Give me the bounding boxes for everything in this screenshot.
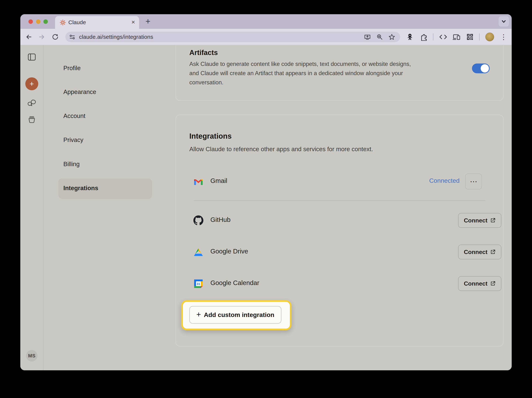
- svg-text:31: 31: [197, 282, 200, 286]
- artifacts-card: Artifacts Ask Claude to generate content…: [176, 45, 504, 101]
- sidebar-item-account[interactable]: Account: [63, 112, 85, 119]
- window-close-button[interactable]: [28, 19, 33, 24]
- external-link-icon: [490, 249, 496, 255]
- window-maximize-button[interactable]: [43, 19, 48, 24]
- google-drive-connect-button[interactable]: Connect: [458, 245, 501, 259]
- connect-label: Connect: [464, 217, 488, 224]
- integrations-card: Integrations Allow Claude to reference o…: [176, 115, 504, 347]
- url-text[interactable]: claude.ai/settings/integrations: [79, 34, 153, 40]
- plus-icon: +: [30, 80, 34, 88]
- add-custom-integration-button[interactable]: + Add custom integration: [189, 306, 281, 323]
- artifacts-description-line: Ask Claude to generate content like code…: [189, 59, 463, 69]
- reload-button[interactable]: [51, 33, 59, 41]
- sidebar-item-billing[interactable]: Billing: [63, 161, 80, 168]
- toggle-knob: [481, 64, 489, 73]
- gmail-icon: [193, 176, 203, 187]
- new-tab-button[interactable]: +: [142, 16, 153, 27]
- browser-tab[interactable]: Claude ×: [55, 16, 139, 29]
- forward-arrow-icon: [38, 33, 45, 41]
- integration-name: Google Calendar: [210, 279, 259, 286]
- user-avatar[interactable]: MS: [26, 350, 38, 361]
- address-bar[interactable]: claude.ai/settings/integrations: [65, 32, 400, 42]
- box-icon: [28, 115, 36, 124]
- forward-button[interactable]: [38, 33, 46, 41]
- extensions-puzzle-icon[interactable]: [420, 33, 428, 41]
- sidebar-item-profile[interactable]: Profile: [63, 65, 81, 72]
- row-divider: [194, 200, 485, 201]
- integrations-title: Integrations: [189, 132, 232, 140]
- integration-name: GitHub: [210, 216, 231, 223]
- github-icon: [193, 215, 203, 225]
- connect-label: Connect: [464, 280, 488, 287]
- external-link-icon: [490, 281, 496, 286]
- artifacts-description: Ask Claude to generate content like code…: [189, 59, 463, 87]
- bookmark-star-icon[interactable]: [388, 33, 395, 40]
- google-calendar-icon: 31: [193, 279, 203, 289]
- install-app-icon[interactable]: [364, 33, 371, 40]
- devtools-code-icon[interactable]: [439, 33, 447, 41]
- add-custom-integration-label: Add custom integration: [204, 311, 274, 318]
- connect-label: Connect: [464, 249, 488, 255]
- sidebar-toggle-button[interactable]: [28, 53, 36, 61]
- gmail-connected-status[interactable]: Connected: [429, 177, 460, 184]
- plus-icon: +: [196, 310, 201, 319]
- chats-icon: [28, 99, 36, 107]
- github-connect-button[interactable]: Connect: [458, 213, 501, 228]
- integration-name: Google Drive: [210, 248, 248, 255]
- site-settings-icon[interactable]: [69, 33, 76, 40]
- sidebar-projects-button[interactable]: [28, 116, 36, 124]
- google-drive-icon: [193, 247, 203, 257]
- integrations-subtitle: Allow Claude to reference other apps and…: [189, 146, 373, 153]
- artifacts-title: Artifacts: [189, 49, 218, 57]
- browser-profile-avatar[interactable]: [485, 32, 494, 41]
- artifacts-toggle[interactable]: [472, 63, 490, 73]
- qr-code-icon[interactable]: [466, 33, 474, 41]
- toolbar-separator: [479, 33, 480, 40]
- sidebar-chats-button[interactable]: [28, 99, 36, 107]
- extension-ninja-icon[interactable]: [406, 33, 414, 41]
- sidebar-panel-icon: [28, 53, 36, 61]
- back-arrow-icon: [25, 33, 32, 41]
- browser-toolbar: claude.ai/settings/integrations: [20, 29, 512, 45]
- tab-strip: Claude × +: [20, 14, 512, 29]
- sidebar-item-integrations[interactable]: Integrations: [63, 185, 98, 192]
- zoom-icon[interactable]: [376, 33, 383, 40]
- toolbar-separator: [433, 33, 433, 40]
- page-content: + MS Profile Appearan: [20, 45, 512, 370]
- artifacts-description-line: and Claude will create an Artifact that …: [189, 69, 463, 78]
- browser-window: Claude × +: [20, 14, 512, 370]
- more-icon: ⋯: [470, 177, 477, 186]
- claude-favicon-icon: [59, 19, 66, 26]
- gmail-more-button[interactable]: ⋯: [465, 174, 482, 189]
- sidebar-item-privacy[interactable]: Privacy: [63, 137, 83, 143]
- new-chat-button[interactable]: +: [25, 77, 38, 90]
- back-button[interactable]: [25, 33, 33, 41]
- user-initials: MS: [28, 353, 35, 359]
- sidebar-divider: [43, 45, 43, 370]
- tab-search-button[interactable]: [499, 16, 509, 27]
- sidebar-item-appearance[interactable]: Appearance: [63, 88, 96, 95]
- devices-icon[interactable]: [452, 33, 461, 41]
- tab-close-icon[interactable]: ×: [131, 18, 135, 26]
- tab-title: Claude: [68, 19, 86, 25]
- integration-name: Gmail: [210, 177, 227, 184]
- external-link-icon: [490, 218, 496, 223]
- chevron-down-icon: [499, 16, 509, 27]
- artifacts-description-line: conversation.: [189, 78, 463, 87]
- reload-icon: [51, 33, 59, 41]
- google-calendar-connect-button[interactable]: Connect: [458, 276, 501, 291]
- browser-menu-icon[interactable]: ⋮: [500, 33, 507, 41]
- window-minimize-button[interactable]: [36, 19, 40, 24]
